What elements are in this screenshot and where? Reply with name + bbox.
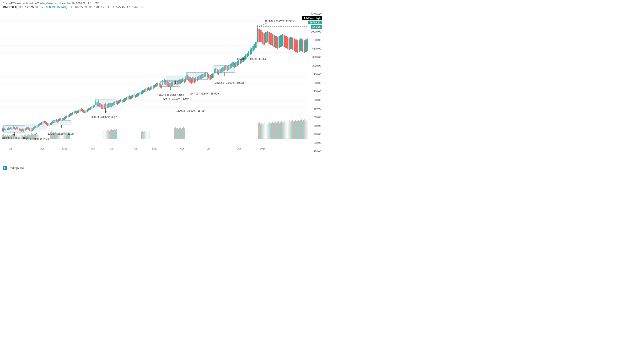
c-val: 17675.06 [132,6,144,9]
svg-text:-300.78 (-38.37%) -30078: -300.78 (-38.37%) -30078 [91,116,118,118]
svg-rect-164 [307,119,308,139]
svg-rect-117 [262,124,262,139]
svg-rect-127 [271,123,272,139]
svg-rect-108 [180,127,181,139]
svg-rect-133 [277,122,278,139]
svg-rect-237 [84,110,85,113]
y-label-11: 660.00 [314,107,321,110]
y-label-15: 210.00 [314,142,321,144]
svg-rect-103 [175,127,176,139]
svg-rect-234 [81,108,82,111]
svg-rect-380 [262,32,263,44]
svg-rect-360 [238,60,239,65]
svg-rect-150 [293,121,294,139]
svg-rect-140 [284,121,284,139]
svg-rect-386 [272,34,273,46]
svg-rect-102 [174,128,175,139]
svg-rect-207 [48,123,50,126]
y-label-7: 2100.00 [312,73,321,76]
svg-rect-287 [143,90,144,93]
svg-rect-153 [296,121,297,139]
svg-text:Apr: Apr [91,147,95,150]
svg-rect-366 [247,53,248,57]
tradingview-logo-icon: T [3,166,7,170]
svg-rect-143 [287,121,287,139]
svg-rect-289 [146,88,146,92]
o-val: 16725.39 [75,6,87,9]
y-label-4: 5500.00 [312,47,321,50]
svg-rect-188 [26,127,27,130]
svg-rect-286 [142,90,143,94]
svg-rect-374 [255,42,256,48]
svg-rect-284 [140,92,140,95]
svg-rect-275 [129,95,130,99]
svg-rect-391 [280,35,282,47]
all-time-high-label: All-Time High [302,16,322,20]
svg-rect-105 [177,128,178,139]
svg-rect-209 [51,122,52,125]
svg-rect-137 [281,121,282,139]
svg-rect-398 [292,38,293,50]
svg-rect-81 [106,131,107,139]
svg-rect-83 [108,129,109,139]
svg-rect-89 [114,129,115,139]
svg-rect-387 [274,35,275,47]
svg-rect-379 [260,30,262,42]
ohlc: O: 16725.39 H: 17861.21 L: 16575.45 C: 1… [68,6,144,9]
h-label: H: [89,6,92,9]
svg-text:2018: 2018 [260,147,266,150]
svg-rect-223 [68,115,68,117]
svg-rect-122 [266,122,267,139]
svg-rect-397 [290,37,292,49]
svg-rect-208 [50,123,51,125]
svg-rect-270 [123,99,124,102]
h-val: 17861.21 [94,6,106,9]
svg-rect-393 [284,35,285,47]
svg-rect-106 [178,129,179,139]
tradingview-logo: T TradingView [3,166,24,170]
svg-rect-121 [266,123,266,139]
svg-rect-388 [275,36,276,48]
svg-rect-124 [268,123,269,139]
svg-rect-142 [286,121,286,139]
svg-rect-161 [304,119,304,139]
svg-rect-221 [65,116,66,119]
y-axis: 24000.00 13000.00 10000.00 7500.00 5500.… [308,13,322,153]
svg-rect-297 [155,84,156,87]
y-label-16: 158.00 [314,150,321,153]
svg-rect-99 [148,130,148,139]
svg-rect-269 [122,100,122,103]
svg-rect-163 [306,120,306,139]
svg-rect-267 [119,100,120,103]
svg-rect-125 [270,122,270,139]
svg-rect-381 [264,33,265,45]
svg-rect-130 [274,122,275,139]
svg-rect-373 [254,44,255,50]
svg-rect-160 [303,120,304,139]
svg-rect-298 [156,83,157,87]
svg-rect-132 [276,123,277,139]
svg-rect-341 [212,73,214,78]
svg-rect-111 [183,127,184,139]
svg-rect-419 [95,100,116,108]
y-label-5: 3900.00 [312,56,321,59]
chart-header: CryptoFXStreet published on TradingView.… [3,2,144,9]
y-label-10: 900.00 [314,99,321,101]
svg-rect-79 [105,130,105,139]
svg-rect-245 [94,105,95,107]
svg-rect-292 [149,88,150,91]
svg-rect-229 [75,110,76,113]
svg-text:-8873.80 (-44.90%) -887380: -8873.80 (-44.90%) -887380 [264,19,294,22]
svg-rect-123 [268,124,268,139]
svg-text:Oct: Oct [134,147,138,150]
svg-rect-383 [267,31,268,42]
svg-rect-271 [124,98,125,102]
svg-rect-159 [302,121,303,139]
ath-price-badge: 19764.51 [308,21,322,24]
svg-rect-280 [135,95,136,98]
svg-rect-390 [278,36,280,48]
svg-rect-101 [150,131,150,139]
svg-rect-141 [285,122,286,139]
svg-rect-139 [283,122,284,139]
svg-rect-78 [104,129,104,139]
